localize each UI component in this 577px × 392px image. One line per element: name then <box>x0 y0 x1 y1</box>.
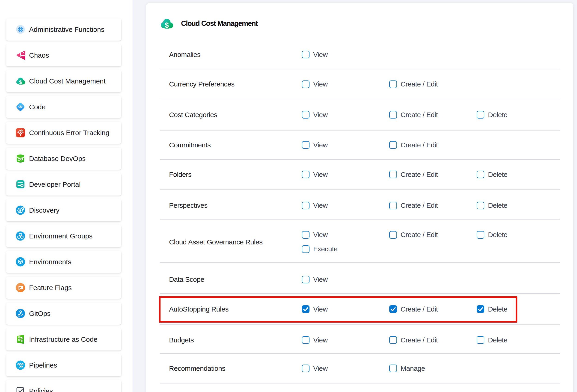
svg-text:$: $ <box>19 79 22 85</box>
svg-text:$: $ <box>165 21 169 29</box>
